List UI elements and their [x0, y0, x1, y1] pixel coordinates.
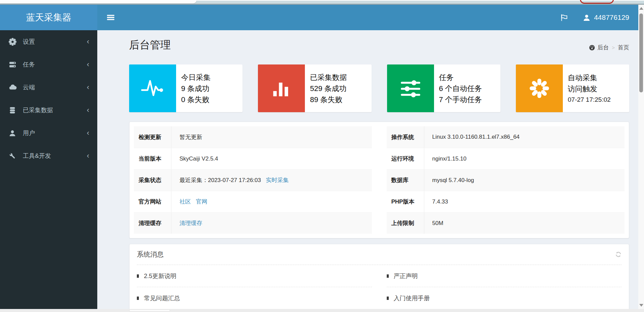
username: 448776129 — [594, 13, 629, 21]
stat-card-auto-collect: 自动采集 访问触发 07-27 17:25:02 — [516, 64, 629, 112]
brand-title: 蓝天采集器 — [26, 11, 71, 24]
sidebar-item-label: 云端 — [19, 83, 87, 91]
user-icon — [583, 14, 590, 21]
breadcrumb: 后台 > 首页 — [589, 44, 629, 51]
user-menu[interactable]: 448776129 — [583, 13, 629, 21]
cloud-icon — [9, 83, 19, 91]
navbar: 448776129 — [97, 5, 638, 30]
bullet-icon — [137, 274, 139, 278]
brand-logo[interactable]: 蓝天采集器 — [0, 5, 97, 30]
sidebar-item-tasks[interactable]: 任务 ‹ — [0, 53, 97, 76]
sidebar-item-label: 任务 — [19, 60, 87, 69]
table-row: 运行环境 nginx/1.15.10 — [387, 148, 625, 169]
wrench-icon — [9, 152, 19, 160]
refresh-button[interactable] — [615, 251, 622, 258]
database-icon — [9, 106, 19, 114]
screen: 蓝天采集器 — [0, 0, 644, 312]
sidebar-item-collected-data[interactable]: 已采集数据 ‹ — [0, 99, 97, 122]
sidebar-item-label: 设置 — [19, 38, 87, 46]
row-value: SkyCaiji V2.5.4 — [179, 155, 218, 162]
sidebar-item-cloud[interactable]: 云端 ‹ — [0, 76, 97, 99]
horizontal-scrollbar[interactable] — [0, 309, 644, 312]
message-link[interactable]: 2.5更新说明 — [137, 265, 372, 287]
row-label: 数据库 — [387, 170, 424, 191]
stat-card-line: 9 条成功 — [181, 83, 211, 94]
stat-card-line: 7 个手动任务 — [439, 94, 482, 105]
bar-chart-icon — [258, 64, 305, 112]
row-value: Linux 3.10.0-1160.81.1.el7.x86_64 — [432, 134, 520, 140]
main-content: 后台管理 后台 > 首页 — [97, 30, 638, 309]
table-row: 数据库 mysql 5.7.40-log — [387, 169, 625, 191]
row-value: 最近采集：2023-07-27 17:26:03 — [179, 176, 261, 184]
table-row: 上传限制 50M — [387, 212, 625, 234]
tasks-icon — [9, 61, 19, 69]
message-link[interactable]: 入门使用手册 — [387, 287, 622, 309]
message-text: 严正声明 — [394, 272, 418, 280]
row-label: 运行环境 — [387, 148, 424, 169]
clear-cache-link[interactable]: 清理缓存 — [179, 219, 202, 227]
browser-chrome-line — [0, 0, 644, 1]
row-label: 采集状态 — [134, 170, 171, 191]
horizontal-scrollbar-thumb[interactable] — [129, 309, 170, 312]
breadcrumb-home-link[interactable]: 后台 — [589, 44, 609, 51]
table-row: PHP版本 7.4.33 — [387, 191, 625, 212]
vertical-scrollbar-thumb[interactable] — [639, 13, 643, 92]
system-info-left-table: 检测更新 暂无更新 当前版本 SkyCaiji V2.5.4 采集状态 最近采集… — [134, 126, 372, 234]
row-label: 上传限制 — [387, 213, 424, 234]
stat-card-line: 0 条失败 — [181, 94, 211, 105]
vertical-scrollbar[interactable] — [638, 5, 644, 309]
chevron-left-icon: ‹ — [87, 152, 89, 160]
message-link[interactable]: 严正声明 — [387, 265, 622, 287]
system-info-panel: 检测更新 暂无更新 当前版本 SkyCaiji V2.5.4 采集状态 最近采集… — [129, 122, 629, 238]
sliders-icon — [387, 64, 434, 112]
stat-card-line: 89 条失败 — [310, 94, 347, 105]
stat-card-line: 07-27 17:25:02 — [568, 94, 611, 105]
system-messages-title: 系统消息 — [137, 250, 164, 259]
row-label: PHP版本 — [387, 191, 424, 212]
row-value: 暂无更新 — [179, 133, 202, 141]
stat-card-title: 任务 — [439, 72, 482, 83]
community-link[interactable]: 社区 — [179, 198, 191, 206]
row-value: nginx/1.15.10 — [432, 155, 467, 162]
row-label: 官方网站 — [134, 191, 171, 212]
sidebar-item-label: 工具&开发 — [19, 152, 87, 160]
gear-icon — [9, 38, 19, 46]
chevron-left-icon: ‹ — [87, 61, 89, 68]
row-label: 操作系统 — [387, 126, 424, 148]
table-row: 采集状态 最近采集：2023-07-27 17:26:03 实时采集 — [134, 169, 372, 191]
annotation-ellipse — [580, 0, 614, 4]
sidebar-item-tools-dev[interactable]: 工具&开发 ‹ — [0, 144, 97, 167]
system-messages-list: 2.5更新说明 常见问题汇总 服务器学生福利 严正声明 — [137, 265, 622, 309]
stat-card-title: 已采集数据 — [310, 72, 347, 83]
sidebar-item-users[interactable]: 用户 ‹ — [0, 122, 97, 144]
system-info-right-table: 操作系统 Linux 3.10.0-1160.81.1.el7.x86_64 运… — [387, 126, 625, 234]
refresh-icon — [615, 251, 622, 258]
flag-menu[interactable] — [560, 13, 568, 21]
row-value: 50M — [432, 220, 443, 227]
sidebar-toggle-button[interactable] — [105, 12, 116, 23]
sidebar: 设置 ‹ 任务 ‹ 云端 ‹ — [0, 30, 97, 309]
bullet-icon — [137, 297, 139, 300]
official-site-link[interactable]: 官网 — [196, 198, 207, 206]
table-row: 检测更新 暂无更新 — [134, 126, 372, 148]
chevron-left-icon: ‹ — [87, 38, 89, 45]
realtime-collect-link[interactable]: 实时采集 — [266, 176, 289, 184]
top-navbar: 蓝天采集器 — [0, 5, 638, 30]
content-header: 后台管理 后台 > 首页 — [129, 36, 629, 56]
system-messages-header: 系统消息 — [137, 244, 622, 265]
stat-card-line: 529 条成功 — [310, 83, 347, 94]
navbar-right: 448776129 — [560, 13, 629, 21]
page-title: 后台管理 — [129, 36, 629, 54]
chevron-left-icon: ‹ — [87, 129, 89, 137]
table-row: 当前版本 SkyCaiji V2.5.4 — [134, 148, 372, 169]
stat-card-line: 访问触发 — [568, 83, 611, 94]
sidebar-item-settings[interactable]: 设置 ‹ — [0, 30, 97, 53]
message-link[interactable]: 常见问题汇总 — [137, 287, 372, 309]
scroll-down-icon[interactable] — [639, 304, 643, 307]
scroll-up-icon[interactable] — [639, 7, 643, 10]
stat-card-collected-data: 已采集数据 529 条成功 89 条失败 — [258, 64, 371, 112]
stat-cards-row: 今日采集 9 条成功 0 条失败 已采集数据 529 条成功 89 条失败 — [129, 64, 629, 112]
table-row: 清理缓存 清理缓存 — [134, 212, 372, 234]
stat-card-title: 今日采集 — [181, 72, 211, 83]
bullet-icon — [387, 297, 389, 300]
